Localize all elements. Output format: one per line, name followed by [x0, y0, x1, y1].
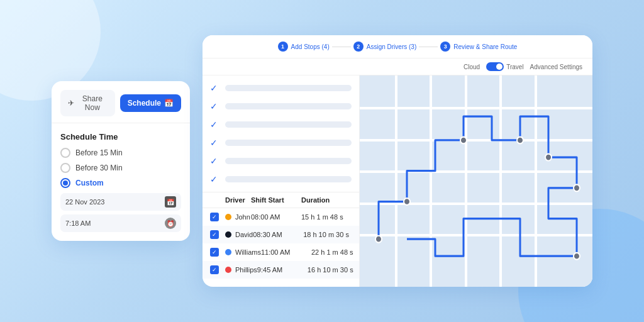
- driver-duration-phillips: 16 h 10 m 30 s: [308, 266, 358, 274]
- step-divider-2: [419, 47, 438, 47]
- share-now-label: Share Now: [77, 94, 108, 112]
- calendar-input-icon: 📅: [165, 196, 176, 208]
- pin-end: [574, 253, 580, 260]
- check-bar-1: [225, 85, 352, 91]
- check-mark-3: ✓: [210, 119, 220, 130]
- travel-toggle[interactable]: Travel: [486, 62, 523, 71]
- check-list: ✓ ✓ ✓ ✓ ✓: [203, 75, 359, 192]
- step-3: 3 Review & Share Route: [440, 42, 517, 52]
- travel-label: Travel: [506, 64, 523, 70]
- step-1: 1 Add Stops (4): [278, 42, 330, 52]
- driver-table: Driver Shift Start Duration John 08:00 A…: [203, 192, 359, 287]
- driver-dot-john: [225, 214, 231, 220]
- driver-shift-john: 08:00 AM: [251, 213, 301, 221]
- time-input-row[interactable]: 7:18 AM ⏰: [60, 214, 181, 232]
- pin-5: [545, 154, 552, 161]
- card-body: Schedule Time Before 15 Min Before 30 Mi…: [52, 123, 190, 241]
- driver-dot-david: [225, 231, 231, 238]
- toggle-switch: [486, 62, 504, 71]
- panel-toolbar: Cloud Travel Advanced Settings: [203, 58, 592, 75]
- cloud-label: Cloud: [464, 64, 480, 70]
- driver-row-phillips[interactable]: Phillips 9:45 AM 16 h 10 m 30 s: [203, 261, 359, 279]
- panel-content: ✓ ✓ ✓ ✓ ✓: [203, 75, 592, 287]
- driver-checkbox-david[interactable]: [210, 230, 219, 239]
- main-container: ✈ Share Now Schedule 📅 Schedule Time Bef…: [52, 35, 592, 287]
- check-row-2: ✓: [210, 99, 352, 114]
- driver-row-david[interactable]: David 08:30 AM 18 h 10 m 30 s: [203, 226, 359, 243]
- driver-dot-williams: [225, 249, 231, 255]
- time-value: 7:18 AM: [65, 219, 161, 227]
- check-mark-1: ✓: [210, 83, 220, 93]
- map-side[interactable]: [360, 75, 592, 287]
- stepper-bar: 1 Add Stops (4) 2 Assign Drivers (3) 3 R…: [203, 35, 592, 58]
- table-side: ✓ ✓ ✓ ✓ ✓: [203, 75, 360, 287]
- map-route-svg: [360, 75, 592, 287]
- driver-row-williams[interactable]: Williams 11:00 AM 22 h 1 m 48 s: [203, 243, 359, 261]
- radio-custom[interactable]: Custom: [60, 178, 181, 188]
- check-mark-6: ✓: [210, 174, 220, 184]
- driver-name-cell-phillips: Phillips: [225, 266, 257, 274]
- check-row-3: ✓: [210, 117, 352, 132]
- share-now-button[interactable]: ✈ Share Now: [60, 90, 115, 116]
- radio-label-before15: Before 15 Min: [75, 148, 123, 157]
- step-3-num: 3: [440, 42, 450, 52]
- step-2: 2 Assign Drivers (3): [353, 42, 416, 52]
- driver-row-john[interactable]: John 08:00 AM 15 h 1 m 48 s: [203, 208, 359, 226]
- advanced-settings-label[interactable]: Advanced Settings: [530, 64, 582, 70]
- main-panel: 1 Add Stops (4) 2 Assign Drivers (3) 3 R…: [203, 35, 592, 287]
- driver-checkbox-john[interactable]: [210, 213, 219, 221]
- driver-name-john: John: [235, 213, 250, 221]
- driver-name-david: David: [235, 231, 253, 238]
- pin-2: [404, 198, 410, 205]
- header-checkbox: [210, 196, 225, 204]
- radio-before15[interactable]: Before 15 Min: [60, 148, 181, 158]
- step-2-num: 2: [353, 42, 364, 52]
- radio-label-before30: Before 30 Min: [75, 164, 123, 172]
- pin-3: [460, 137, 467, 144]
- pin-4: [517, 137, 523, 144]
- driver-shift-david: 08:30 AM: [253, 231, 303, 238]
- check-mark-5: ✓: [210, 156, 220, 166]
- pin-6: [574, 184, 580, 191]
- step-1-num: 1: [278, 42, 288, 52]
- card-header: ✈ Share Now Schedule 📅: [52, 81, 190, 123]
- schedule-button[interactable]: Schedule 📅: [120, 94, 181, 112]
- radio-circle-before30: [60, 163, 70, 173]
- radio-circle-before15: [60, 148, 70, 158]
- calendar-icon: 📅: [164, 99, 174, 108]
- schedule-card: ✈ Share Now Schedule 📅 Schedule Time Bef…: [52, 81, 190, 241]
- check-mark-4: ✓: [210, 138, 220, 148]
- step-3-label: Review & Share Route: [453, 43, 517, 50]
- driver-checkbox-williams[interactable]: [210, 248, 219, 257]
- step-2-label: Assign Drivers (3): [367, 43, 416, 50]
- custom-inputs: 22 Nov 2023 📅 7:18 AM ⏰: [60, 193, 181, 232]
- header-driver: Driver: [225, 196, 251, 204]
- driver-duration-david: 18 h 10 m 30 s: [303, 231, 353, 238]
- date-value: 22 Nov 2023: [65, 198, 161, 206]
- route-path: [379, 116, 577, 256]
- radio-circle-custom: [60, 178, 70, 188]
- check-bar-3: [225, 121, 352, 128]
- driver-checkbox-phillips[interactable]: [210, 265, 219, 274]
- check-mark-2: ✓: [210, 101, 220, 111]
- driver-shift-phillips: 9:45 AM: [257, 266, 308, 274]
- date-input-row[interactable]: 22 Nov 2023 📅: [60, 193, 181, 211]
- driver-table-header: Driver Shift Start Duration: [203, 192, 359, 208]
- check-row-1: ✓: [210, 80, 352, 96]
- check-bar-4: [225, 140, 352, 146]
- driver-dot-phillips: [225, 267, 231, 273]
- check-row-6: ✓: [210, 172, 352, 187]
- check-row-5: ✓: [210, 153, 352, 169]
- header-duration: Duration: [301, 196, 352, 204]
- driver-duration-williams: 22 h 1 m 48 s: [311, 248, 359, 256]
- driver-name-cell-williams: Williams: [225, 248, 261, 256]
- driver-duration-john: 15 h 1 m 48 s: [301, 213, 352, 221]
- radio-before30[interactable]: Before 30 Min: [60, 163, 181, 173]
- clock-input-icon: ⏰: [165, 218, 176, 229]
- driver-name-cell-david: David: [225, 231, 253, 238]
- step-divider-1: [332, 47, 351, 47]
- share-icon: ✈: [68, 99, 74, 108]
- driver-shift-williams: 11:00 AM: [261, 248, 311, 256]
- check-bar-5: [225, 158, 352, 164]
- toggle-knob: [496, 64, 502, 70]
